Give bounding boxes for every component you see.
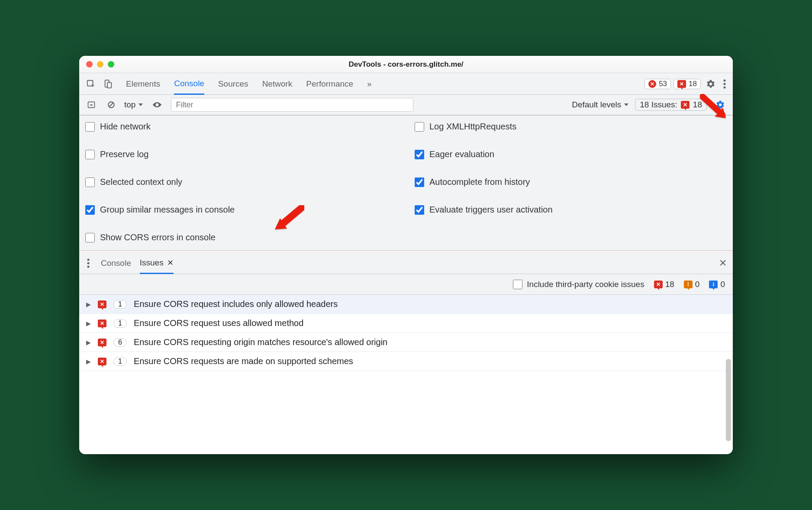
- expand-icon[interactable]: ▶: [86, 301, 91, 308]
- main-tabs: Elements Console Sources Network Perform…: [126, 73, 372, 94]
- issue-count-red: ✕ 18: [654, 280, 674, 289]
- issue-title: Ensure CORS requests are made on support…: [134, 356, 353, 366]
- message-count: 18: [689, 80, 697, 88]
- expand-icon[interactable]: ▶: [86, 339, 91, 346]
- message-icon: ✕: [681, 101, 690, 109]
- device-toggle-icon[interactable]: [101, 77, 116, 90]
- dropdown-icon: [138, 102, 143, 107]
- drawer-tab-issues[interactable]: Issues ✕: [140, 253, 174, 274]
- expand-icon[interactable]: ▶: [86, 358, 91, 365]
- svg-point-11: [87, 265, 90, 268]
- titlebar: DevTools - cors-errors.glitch.me/: [79, 56, 733, 73]
- context-selector[interactable]: top: [124, 100, 143, 110]
- svg-point-3: [724, 79, 726, 81]
- tab-elements[interactable]: Elements: [126, 73, 160, 94]
- window-title: DevTools - cors-errors.glitch.me/: [79, 60, 733, 69]
- close-tab-icon[interactable]: ✕: [167, 258, 174, 268]
- drawer-more-icon[interactable]: [84, 257, 92, 270]
- issues-pill[interactable]: 18 Issues: ✕ 18: [635, 99, 707, 111]
- message-icon: ✕: [654, 281, 663, 288]
- tab-sources[interactable]: Sources: [218, 73, 248, 94]
- svg-point-9: [87, 258, 90, 261]
- issue-count-badge: 1: [113, 300, 127, 309]
- issues-list: ▶ ✕ 1 Ensure CORS request includes only …: [79, 295, 733, 454]
- annotation-arrow-cors-setting: [274, 205, 304, 232]
- log-levels-selector[interactable]: Default levels: [572, 100, 629, 110]
- close-drawer-icon[interactable]: ✕: [719, 258, 727, 269]
- issue-count-blue: i 0: [709, 280, 725, 289]
- issues-label: 18 Issues:: [640, 100, 677, 110]
- more-menu-icon[interactable]: [721, 77, 728, 90]
- svg-point-10: [87, 262, 90, 264]
- info-message-icon: i: [709, 281, 718, 288]
- drawer-tab-console[interactable]: Console: [101, 252, 131, 274]
- setting-autocomplete-history[interactable]: Autocomplete from history: [415, 177, 727, 187]
- issue-count-badge: 1: [113, 319, 127, 328]
- message-icon: ✕: [98, 300, 106, 308]
- tab-performance[interactable]: Performance: [306, 73, 353, 94]
- filter-input[interactable]: [171, 98, 413, 112]
- error-icon: ✕: [648, 80, 656, 88]
- annotation-arrow-top-right: [700, 94, 728, 122]
- message-count-pill[interactable]: ✕ 18: [673, 79, 701, 89]
- dropdown-icon: [624, 102, 629, 107]
- sidebar-toggle-icon[interactable]: [84, 99, 98, 111]
- setting-group-similar[interactable]: Group similar messages in console: [85, 205, 397, 215]
- message-icon: ✕: [98, 320, 106, 327]
- console-toolbar: top Default levels 18 Issues: ✕ 18: [79, 95, 733, 116]
- setting-preserve-log[interactable]: Preserve log: [85, 149, 397, 159]
- live-expression-icon[interactable]: [149, 99, 165, 111]
- main-tabbar: Elements Console Sources Network Perform…: [79, 73, 733, 95]
- issue-count-badge: 1: [113, 357, 127, 366]
- context-label: top: [124, 100, 135, 110]
- issue-title: Ensure CORS requesting origin matches re…: [134, 337, 387, 347]
- issue-row[interactable]: ▶ ✕ 1 Ensure CORS request includes only …: [79, 295, 733, 314]
- setting-selected-context-only[interactable]: Selected context only: [85, 177, 397, 187]
- error-count: 53: [659, 80, 667, 88]
- issue-count-orange: ! 0: [684, 280, 700, 289]
- svg-point-8: [156, 104, 158, 106]
- svg-rect-2: [107, 82, 111, 88]
- svg-point-5: [724, 86, 726, 88]
- setting-eager-eval[interactable]: Eager evaluation: [415, 149, 727, 159]
- issue-count-badge: 6: [113, 338, 127, 347]
- include-third-party-checkbox[interactable]: Include third-party cookie issues: [513, 280, 644, 289]
- issues-toolbar: Include third-party cookie issues ✕ 18 !…: [79, 274, 733, 295]
- issue-title: Ensure CORS request uses allowed method: [134, 318, 303, 328]
- inspect-element-icon[interactable]: [84, 77, 98, 90]
- tab-network[interactable]: Network: [262, 73, 293, 94]
- devtools-window: DevTools - cors-errors.glitch.me/ Elemen…: [79, 56, 733, 454]
- expand-icon[interactable]: ▶: [86, 320, 91, 327]
- issue-row[interactable]: ▶ ✕ 1 Ensure CORS request uses allowed m…: [79, 314, 733, 333]
- scrollbar[interactable]: [726, 359, 731, 441]
- setting-eval-user-activation[interactable]: Evaluate triggers user activation: [415, 205, 727, 215]
- message-icon: ✕: [677, 80, 686, 88]
- settings-gear-icon[interactable]: [703, 77, 718, 90]
- setting-hide-network[interactable]: Hide network: [85, 122, 397, 132]
- message-icon: ✕: [98, 339, 106, 346]
- setting-show-cors-errors[interactable]: Show CORS errors in console: [85, 232, 397, 242]
- console-settings-panel: Hide network Preserve log Selected conte…: [79, 116, 733, 251]
- tabs-overflow[interactable]: »: [367, 73, 372, 94]
- issue-title: Ensure CORS request includes only allowe…: [134, 299, 338, 309]
- error-count-pill[interactable]: ✕ 53: [644, 79, 671, 89]
- clear-console-icon[interactable]: [104, 99, 118, 111]
- svg-point-4: [724, 83, 726, 85]
- warning-message-icon: !: [684, 281, 693, 288]
- issue-row[interactable]: ▶ ✕ 1 Ensure CORS requests are made on s…: [79, 352, 733, 371]
- setting-log-xhr[interactable]: Log XMLHttpRequests: [415, 122, 727, 132]
- log-levels-label: Default levels: [572, 100, 621, 110]
- tab-console[interactable]: Console: [174, 73, 204, 95]
- issue-row[interactable]: ▶ ✕ 6 Ensure CORS requesting origin matc…: [79, 333, 733, 352]
- drawer-tabbar: Console Issues ✕ ✕: [79, 252, 733, 274]
- message-icon: ✕: [98, 358, 106, 365]
